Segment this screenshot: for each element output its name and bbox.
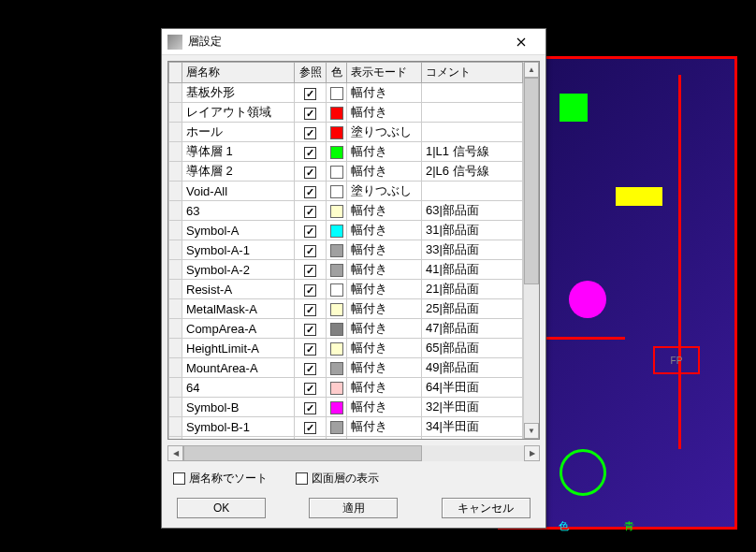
reference-cell[interactable]	[295, 260, 327, 280]
table-row[interactable]: Resist-A 幅付き 21|部品面	[169, 280, 523, 299]
row-header-cell[interactable]	[169, 103, 182, 123]
row-header-cell[interactable]	[169, 299, 182, 319]
row-header-cell[interactable]	[169, 319, 182, 339]
display-mode-cell[interactable]: 幅付き	[347, 358, 422, 378]
reference-cell[interactable]	[295, 299, 327, 319]
column-layer-name[interactable]: 層名称	[182, 63, 295, 83]
table-row[interactable]: 導体層 1 幅付き 1|L1 信号線	[169, 142, 523, 162]
layer-name-cell[interactable]: 導体層 2	[182, 162, 295, 182]
table-row[interactable]: Symbol-B-1 幅付き 34|半田面	[169, 417, 523, 437]
scroll-track[interactable]	[524, 78, 539, 423]
comment-cell[interactable]: 1|L1 信号線	[422, 142, 523, 162]
reference-cell[interactable]	[295, 103, 327, 123]
comment-cell[interactable]: 25|部品面	[422, 299, 523, 319]
reference-cell[interactable]	[295, 142, 327, 162]
display-mode-cell[interactable]: 幅付き	[347, 162, 422, 182]
reference-cell[interactable]	[295, 339, 327, 358]
reference-cell[interactable]	[295, 123, 327, 142]
table-row[interactable]: MountArea-A 幅付き 49|部品面	[169, 358, 523, 378]
table-row[interactable]: Symbol-B 幅付き 32|半田面	[169, 398, 523, 417]
comment-cell[interactable]: 49|部品面	[422, 358, 523, 378]
row-header-cell[interactable]	[169, 123, 182, 142]
row-header-cell[interactable]	[169, 221, 182, 240]
reference-cell[interactable]	[295, 83, 327, 103]
color-cell[interactable]	[327, 299, 347, 319]
comment-cell[interactable]: 2|L6 信号線	[422, 162, 523, 182]
reference-cell[interactable]	[295, 280, 327, 299]
comment-cell[interactable]: 42|半田面	[422, 437, 523, 440]
color-cell[interactable]	[327, 221, 347, 240]
column-color[interactable]: 色	[327, 63, 347, 83]
show-drawing-layer-checkbox[interactable]: 図面層の表示	[296, 471, 379, 487]
layer-name-cell[interactable]: 63	[182, 201, 295, 221]
color-cell[interactable]	[327, 83, 347, 103]
display-mode-cell[interactable]: 幅付き	[347, 83, 422, 103]
column-comment[interactable]: コメント	[422, 63, 523, 83]
layer-name-cell[interactable]: Symbol-B	[182, 398, 295, 417]
comment-cell[interactable]: 31|部品面	[422, 221, 523, 240]
cancel-button[interactable]: キャンセル	[442, 498, 531, 518]
display-mode-cell[interactable]: 幅付き	[347, 201, 422, 221]
layer-name-cell[interactable]: Symbol-A	[182, 221, 295, 240]
display-mode-cell[interactable]: 塗りつぶし	[347, 182, 422, 201]
row-header-cell[interactable]	[169, 339, 182, 358]
color-cell[interactable]	[327, 162, 347, 182]
reference-cell[interactable]	[295, 221, 327, 240]
comment-cell[interactable]: 64|半田面	[422, 378, 523, 398]
row-header-cell[interactable]	[169, 417, 182, 437]
reference-cell[interactable]	[295, 398, 327, 417]
row-header-cell[interactable]	[169, 378, 182, 398]
layer-name-cell[interactable]: MountArea-A	[182, 358, 295, 378]
scroll-thumb[interactable]	[524, 78, 539, 284]
display-mode-cell[interactable]: 幅付き	[347, 299, 422, 319]
reference-cell[interactable]	[295, 319, 327, 339]
layer-name-cell[interactable]: 導体層 1	[182, 142, 295, 162]
reference-cell[interactable]	[295, 240, 327, 260]
comment-cell[interactable]	[422, 83, 523, 103]
table-row[interactable]: Symbol-A 幅付き 31|部品面	[169, 221, 523, 240]
comment-cell[interactable]	[422, 123, 523, 142]
layer-name-cell[interactable]: Symbol-B-1	[182, 417, 295, 437]
apply-button[interactable]: 適用	[309, 498, 398, 518]
reference-cell[interactable]	[295, 358, 327, 378]
color-cell[interactable]	[327, 358, 347, 378]
layer-name-cell[interactable]: MetalMask-A	[182, 299, 295, 319]
row-header-cell[interactable]	[169, 437, 182, 440]
comment-cell[interactable]: 32|半田面	[422, 398, 523, 417]
table-row[interactable]: 導体層 2 幅付き 2|L6 信号線	[169, 162, 523, 182]
row-header-cell[interactable]	[169, 398, 182, 417]
row-header-cell[interactable]	[169, 260, 182, 280]
column-reference[interactable]: 参照	[295, 63, 327, 83]
display-mode-cell[interactable]: 幅付き	[347, 260, 422, 280]
table-row[interactable]: MetalMask-A 幅付き 25|部品面	[169, 299, 523, 319]
sort-by-name-checkbox[interactable]: 層名称でソート	[173, 471, 268, 487]
display-mode-cell[interactable]: 幅付き	[347, 398, 422, 417]
color-cell[interactable]	[327, 182, 347, 201]
layer-name-cell[interactable]: HeightLimit-A	[182, 339, 295, 358]
row-header-cell[interactable]	[169, 201, 182, 221]
color-cell[interactable]	[327, 260, 347, 280]
color-cell[interactable]	[327, 398, 347, 417]
reference-cell[interactable]	[295, 162, 327, 182]
comment-cell[interactable]: 47|部品面	[422, 319, 523, 339]
row-header-cell[interactable]	[169, 280, 182, 299]
layer-name-cell[interactable]: Symbol-A-1	[182, 240, 295, 260]
table-row[interactable]: 基板外形 幅付き	[169, 83, 523, 103]
layer-name-cell[interactable]: ホール	[182, 123, 295, 142]
titlebar[interactable]: 層設定	[162, 29, 545, 55]
row-header-cell[interactable]	[169, 182, 182, 201]
comment-cell[interactable]: 34|半田面	[422, 417, 523, 437]
comment-cell[interactable]: 21|部品面	[422, 280, 523, 299]
color-cell[interactable]	[327, 437, 347, 440]
display-mode-cell[interactable]: 幅付き	[347, 221, 422, 240]
color-cell[interactable]	[327, 417, 347, 437]
table-row[interactable]: Symbol-B-2 幅付き 42|半田面	[169, 437, 523, 440]
reference-cell[interactable]	[295, 437, 327, 440]
reference-cell[interactable]	[295, 182, 327, 201]
display-mode-cell[interactable]: 幅付き	[347, 378, 422, 398]
display-mode-cell[interactable]: 幅付き	[347, 280, 422, 299]
display-mode-cell[interactable]: 幅付き	[347, 142, 422, 162]
comment-cell[interactable]	[422, 103, 523, 123]
table-row[interactable]: Void-All 塗りつぶし	[169, 182, 523, 201]
table-row[interactable]: 63 幅付き 63|部品面	[169, 201, 523, 221]
